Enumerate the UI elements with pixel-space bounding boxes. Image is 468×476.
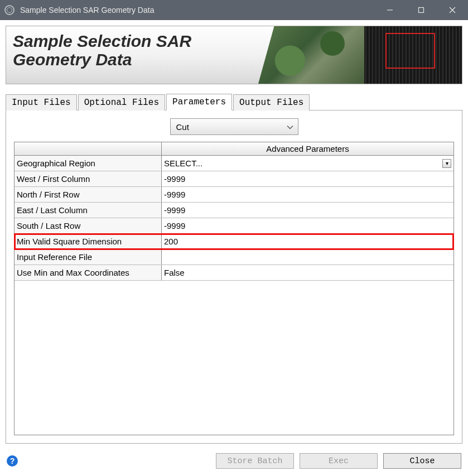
tab-input-files[interactable]: Input Files — [6, 94, 77, 110]
help-icon[interactable]: ? — [7, 455, 18, 467]
dropdown-arrow-icon[interactable]: ▾ — [442, 159, 451, 168]
param-label: North / First Row — [15, 187, 162, 202]
title-bar: Sample Selection SAR Geometry Data — [0, 0, 468, 20]
banner-aerial-image — [258, 26, 364, 84]
exec-button[interactable]: Exec — [300, 453, 378, 469]
param-value[interactable]: SELECT...▾ — [162, 156, 453, 171]
param-value[interactable]: -9999 — [162, 187, 453, 202]
param-value[interactable]: -9999 — [162, 203, 453, 218]
param-label: West / First Column — [15, 171, 162, 186]
tab-parameters[interactable]: Parameters — [166, 94, 232, 110]
grid-header-right: Advanced Parameters — [162, 142, 453, 155]
param-row: South / Last Row-9999 — [15, 218, 453, 234]
grid-header: Advanced Parameters — [15, 142, 453, 156]
maximize-button[interactable] — [406, 0, 437, 20]
banner-sar-image — [364, 26, 462, 84]
param-value[interactable] — [162, 249, 453, 265]
param-value[interactable]: -9999 — [162, 171, 453, 186]
tabs-row: Input FilesOptional FilesParametersOutpu… — [6, 93, 462, 110]
param-value[interactable]: 200 — [162, 234, 453, 249]
banner-image — [258, 26, 462, 84]
footer: ? Store Batch Exec Close — [6, 451, 462, 470]
parameters-grid: Advanced Parameters Geographical RegionS… — [14, 142, 454, 435]
store-batch-button[interactable]: Store Batch — [216, 453, 294, 469]
window-body: Sample Selection SAR Geometry Data Input… — [0, 20, 468, 476]
mode-select[interactable]: Cut — [170, 118, 298, 135]
param-value-text: -9999 — [164, 205, 185, 215]
app-icon — [4, 5, 15, 15]
param-value-text: -9999 — [164, 190, 185, 199]
param-label: Geographical Region — [15, 156, 162, 171]
grid-empty-area — [15, 281, 453, 435]
param-row: North / First Row-9999 — [15, 187, 453, 203]
param-value-text: False — [164, 268, 185, 277]
tab-output-files[interactable]: Output Files — [233, 94, 310, 110]
param-row: East / Last Column-9999 — [15, 203, 453, 218]
mode-select-value: Cut — [176, 122, 189, 132]
param-value[interactable]: False — [162, 265, 453, 280]
window-title: Sample Selection SAR Geometry Data — [20, 6, 154, 15]
banner-title: Sample Selection SAR Geometry Data — [13, 32, 191, 69]
param-value[interactable]: -9999 — [162, 218, 453, 233]
tab-panel-parameters: Cut Advanced Parameters Geographical Reg… — [6, 110, 462, 444]
param-label: Min Valid Square Dimension — [15, 234, 162, 249]
grid-header-left — [15, 142, 162, 155]
param-value-text: -9999 — [164, 174, 185, 184]
param-row: Min Valid Square Dimension200 — [15, 234, 453, 249]
param-row: West / First Column-9999 — [15, 171, 453, 187]
banner: Sample Selection SAR Geometry Data — [6, 26, 462, 84]
param-row: Use Min and Max CoordinatesFalse — [15, 265, 453, 281]
svg-rect-1 — [419, 8, 424, 13]
param-label: South / Last Row — [15, 218, 162, 233]
param-value-text: -9999 — [164, 221, 185, 230]
param-row: Input Reference File — [15, 249, 453, 265]
param-value-text: 200 — [164, 237, 178, 246]
close-button[interactable] — [437, 0, 468, 20]
param-row: Geographical RegionSELECT...▾ — [15, 156, 453, 171]
mode-dropdown-row: Cut — [14, 118, 454, 135]
param-label: East / Last Column — [15, 203, 162, 218]
param-value-text: SELECT... — [164, 158, 202, 168]
close-footer-button[interactable]: Close — [383, 453, 461, 469]
tab-optional-files[interactable]: Optional Files — [78, 94, 165, 110]
chevron-down-icon — [287, 122, 293, 132]
minimize-button[interactable] — [374, 0, 406, 20]
param-label: Input Reference File — [15, 249, 162, 265]
param-label: Use Min and Max Coordinates — [15, 265, 162, 280]
